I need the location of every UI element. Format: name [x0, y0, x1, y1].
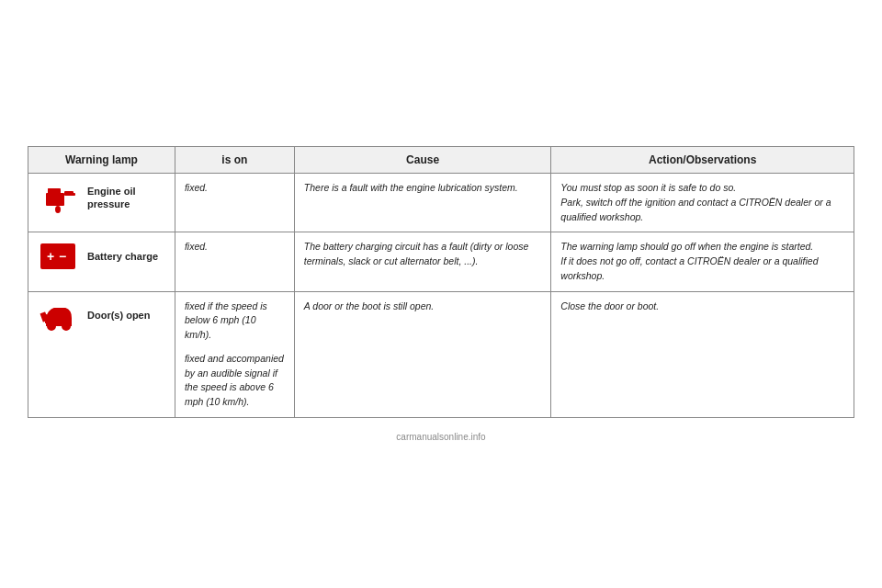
table-row: Door(s) open fixed if the speed is below… — [28, 291, 854, 417]
lamp-label-battery: Battery charge — [87, 250, 158, 263]
svg-rect-6 — [41, 247, 71, 266]
cause-engine: There is a fault with the engine lubrica… — [294, 174, 551, 232]
action-door: Close the door or boot. — [551, 291, 854, 417]
engine-icon-box — [38, 181, 78, 214]
svg-rect-13 — [40, 311, 48, 322]
lamp-cell-engine: Engine oil pressure — [28, 174, 175, 232]
is-on-door-part1: fixed if the speed is below 6 mph (10 km… — [185, 300, 267, 341]
door-open-icon — [40, 298, 76, 334]
action-engine: You must stop as soon it is safe to do s… — [551, 174, 854, 232]
cause-door-text: A door or the boot is still open. — [304, 300, 434, 311]
action-battery-text: The warning lamp should go off when the … — [560, 241, 818, 281]
battery-icon-box: + − — [38, 240, 78, 273]
engine-oil-pressure-icon — [39, 182, 77, 213]
door-icon-box — [38, 300, 78, 333]
is-on-engine: fixed. — [175, 174, 294, 232]
footer: carmanualsonline.info — [28, 432, 854, 442]
lamp-label-engine: Engine oil pressure — [87, 185, 136, 211]
header-warning-lamp: Warning lamp — [28, 147, 175, 174]
svg-rect-4 — [48, 188, 51, 198]
footer-url: carmanualsonline.info — [396, 432, 485, 442]
cause-battery-text: The battery charging circuit has a fault… — [304, 241, 529, 266]
header-is-on: is on — [175, 147, 294, 174]
action-engine-text: You must stop as soon it is safe to do s… — [560, 182, 831, 222]
action-battery: The warning lamp should go off when the … — [551, 232, 854, 291]
page-wrapper: Warning lamp is on Cause Action/Observat… — [28, 128, 854, 460]
cause-battery: The battery charging circuit has a fault… — [294, 232, 551, 291]
battery-svg: + − — [41, 244, 74, 268]
is-on-battery-text: fixed. — [185, 241, 208, 252]
is-on-battery: fixed. — [175, 232, 294, 291]
battery-charge-icon: + − — [40, 243, 75, 269]
action-door-text: Close the door or boot. — [560, 300, 659, 311]
lamp-cell-door: Door(s) open — [28, 291, 175, 417]
svg-point-5 — [55, 206, 61, 213]
svg-rect-7 — [71, 252, 74, 261]
svg-text:+: + — [47, 249, 54, 264]
svg-point-10 — [48, 322, 55, 330]
svg-text:−: − — [59, 249, 66, 264]
is-on-door: fixed if the speed is below 6 mph (10 km… — [175, 291, 294, 417]
table-row: + − Battery charge fixed. The battery ch… — [28, 232, 854, 291]
cause-engine-text: There is a fault with the engine lubrica… — [304, 182, 518, 193]
lamp-cell-battery: + − Battery charge — [28, 232, 175, 291]
is-on-engine-text: fixed. — [185, 182, 208, 193]
is-on-door-part2: fixed and accompanied by an audible sign… — [185, 353, 284, 407]
lamp-label-door: Door(s) open — [87, 309, 150, 322]
warning-lamp-table: Warning lamp is on Cause Action/Observat… — [28, 146, 854, 418]
svg-rect-2 — [72, 193, 75, 196]
cause-door: A door or the boot is still open. — [294, 291, 551, 417]
table-row: Engine oil pressure fixed. There is a fa… — [28, 174, 854, 232]
svg-point-11 — [62, 322, 70, 330]
header-action: Action/Observations — [551, 147, 854, 174]
header-cause: Cause — [294, 147, 551, 174]
